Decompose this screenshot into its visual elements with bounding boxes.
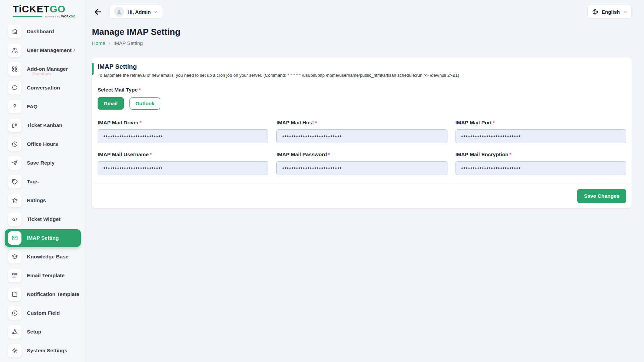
field-label-text: IMAP Mail Encryption bbox=[455, 152, 508, 157]
brand-tagline: Powered By WORKDO bbox=[13, 15, 86, 18]
sidebar-item-conversation[interactable]: Conversation bbox=[5, 81, 81, 95]
sidebar-item-label: System Settings bbox=[27, 348, 67, 354]
question-icon: ? bbox=[8, 100, 21, 113]
field-label: IMAP Mail Username* bbox=[98, 152, 268, 158]
star-icon bbox=[8, 194, 21, 207]
user-menu[interactable]: Hi, Admin bbox=[110, 5, 162, 19]
paper-plane-icon bbox=[8, 156, 21, 170]
back-button[interactable] bbox=[92, 6, 104, 18]
required-asterisk: * bbox=[328, 152, 330, 157]
users-icon bbox=[8, 44, 21, 57]
notification-doc-icon bbox=[8, 288, 21, 301]
sidebar-item-label: Conversation bbox=[27, 85, 60, 91]
sidebar-item-office-hours[interactable]: Office Hours bbox=[5, 137, 81, 151]
brand-underline bbox=[13, 16, 42, 17]
sidebar-item-addon-manager[interactable]: Add-on Manager Premium bbox=[5, 62, 81, 76]
sidebar-item-custom-field[interactable]: Custom Field bbox=[5, 306, 81, 320]
field-label: IMAP Mail Password* bbox=[276, 152, 447, 158]
breadcrumb-separator: › bbox=[109, 41, 110, 46]
brand-logo[interactable]: TiCKETGO Powered By WORKDO bbox=[0, 0, 86, 20]
sidebar-item-setup[interactable]: Setup bbox=[5, 325, 81, 339]
imap-mail-encryption-input[interactable] bbox=[455, 161, 626, 175]
sidebar-item-tags[interactable]: Tags bbox=[5, 175, 81, 188]
breadcrumb-home-link[interactable]: Home bbox=[92, 40, 105, 46]
chevron-right-icon bbox=[72, 48, 77, 53]
breadcrumb-current: IMAP Setting bbox=[113, 40, 143, 46]
sidebar-item-label: IMAP Setting bbox=[27, 235, 59, 241]
breadcrumb: Home › IMAP Setting bbox=[92, 40, 632, 46]
required-asterisk: * bbox=[315, 120, 317, 125]
kanban-icon bbox=[8, 119, 21, 132]
tag-icon bbox=[8, 175, 21, 188]
sidebar-item-label: Setup bbox=[27, 329, 41, 335]
chevron-down-icon bbox=[154, 10, 158, 14]
sidebar-item-label: Ratings bbox=[27, 197, 46, 203]
sidebar-item-system-settings[interactable]: System Settings bbox=[5, 344, 81, 357]
sidebar-item-label: Email Template bbox=[27, 273, 65, 279]
sidebar-item-faq[interactable]: ? FAQ bbox=[5, 100, 81, 113]
chat-icon bbox=[8, 81, 21, 95]
sidebar-item-label: Office Hours bbox=[27, 141, 58, 147]
save-changes-button[interactable]: Save Changes bbox=[577, 189, 626, 203]
language-label: English bbox=[602, 9, 620, 15]
sidebar-item-imap-setting[interactable]: IMAP Setting bbox=[5, 229, 81, 247]
sidebar-item-label: Dashboard bbox=[27, 28, 54, 35]
imap-mail-password-input[interactable] bbox=[276, 161, 447, 175]
field-label: IMAP Mail Driver* bbox=[98, 120, 268, 126]
sidebar-item-knowledge-base[interactable]: Knowledge Base bbox=[5, 250, 81, 263]
sidebar-item-label: Save Reply bbox=[27, 160, 55, 166]
imap-mail-host-input[interactable] bbox=[276, 129, 447, 143]
imap-setting-card: IMAP Setting To automate the retrieval o… bbox=[92, 57, 632, 208]
required-asterisk: * bbox=[140, 120, 142, 125]
globe-icon bbox=[592, 8, 599, 15]
sidebar-item-label: Ticket Kanban bbox=[27, 122, 62, 128]
sidebar-item-label: User Management bbox=[27, 47, 72, 53]
imap-mail-username-input[interactable] bbox=[98, 161, 268, 175]
gear-icon bbox=[8, 344, 21, 357]
imap-mail-port-input[interactable] bbox=[455, 129, 626, 143]
field-label: IMAP Mail Port* bbox=[455, 120, 626, 126]
sidebar-item-save-reply[interactable]: Save Reply bbox=[5, 156, 81, 170]
graduation-cap-icon bbox=[8, 250, 21, 263]
sidebar-item-notification-template[interactable]: Notification Template bbox=[5, 288, 81, 301]
premium-badge: Premium bbox=[32, 71, 51, 76]
card-title: IMAP Setting bbox=[98, 63, 626, 70]
sidebar-item-label: Knowledge Base bbox=[27, 254, 68, 260]
chevron-down-icon bbox=[623, 10, 627, 14]
card-accent-bar bbox=[92, 63, 94, 75]
outlook-button[interactable]: Outlook bbox=[129, 97, 161, 110]
sidebar-item-ratings[interactable]: Ratings bbox=[5, 194, 81, 207]
topbar: Hi, Admin English bbox=[92, 5, 632, 19]
sidebar-item-email-template[interactable]: Email Template bbox=[5, 269, 81, 282]
card-subtitle: To automate the retrieval of new emails,… bbox=[98, 73, 626, 78]
sidebar-item-ticket-kanban[interactable]: Ticket Kanban bbox=[5, 119, 81, 132]
imap-fields-grid: IMAP Mail Driver* IMAP Mail Host* IMAP M… bbox=[98, 120, 626, 175]
imap-mail-driver-input[interactable] bbox=[98, 129, 268, 143]
sidebar-item-ticket-widget[interactable]: Ticket Widget bbox=[5, 213, 81, 226]
gmail-button[interactable]: Gmail bbox=[98, 97, 124, 110]
card-footer: Save Changes bbox=[92, 184, 632, 208]
home-icon bbox=[8, 25, 21, 38]
sidebar-item-label: Custom Field bbox=[27, 310, 60, 316]
imap-mail-host-field: IMAP Mail Host* bbox=[276, 120, 447, 143]
imap-mail-driver-field: IMAP Mail Driver* bbox=[98, 120, 268, 143]
sidebar-item-label: Notification Template bbox=[27, 291, 79, 297]
field-label-text: IMAP Mail Host bbox=[276, 120, 314, 125]
template-icon bbox=[8, 269, 21, 282]
person-icon bbox=[116, 9, 122, 15]
required-asterisk: * bbox=[493, 120, 495, 125]
sidebar-item-label: FAQ bbox=[27, 104, 38, 110]
grid-icon bbox=[8, 62, 21, 76]
sidebar-item-dashboard[interactable]: Dashboard bbox=[5, 25, 81, 38]
page-title: Manage IMAP Setting bbox=[92, 27, 632, 37]
field-label-text: IMAP Mail Port bbox=[455, 120, 492, 125]
user-menu-label: Hi, Admin bbox=[127, 9, 151, 15]
required-asterisk: * bbox=[509, 152, 512, 157]
powered-by-label: Powered By bbox=[45, 15, 60, 18]
mail-type-label: Select Mail Type* bbox=[98, 87, 626, 93]
arrow-left-icon bbox=[93, 7, 102, 16]
mail-type-options: Gmail Outlook bbox=[98, 97, 626, 110]
sidebar-item-user-management[interactable]: User Management bbox=[5, 44, 81, 57]
field-label: IMAP Mail Host* bbox=[276, 120, 447, 126]
language-selector[interactable]: English bbox=[587, 5, 632, 19]
